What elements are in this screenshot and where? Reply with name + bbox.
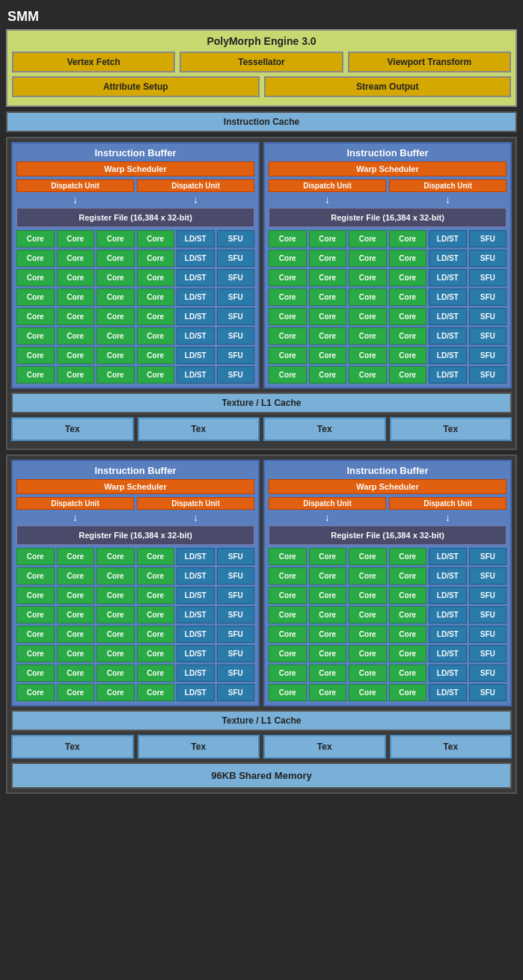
attribute-setup-btn: Attribute Setup bbox=[12, 76, 260, 97]
core-cell: Core bbox=[97, 645, 135, 662]
core-cell: Core bbox=[137, 665, 175, 682]
ldst-cell: LD/ST bbox=[177, 269, 215, 286]
core-cell: Core bbox=[309, 327, 347, 345]
smm-block-top: Instruction Buffer Warp Scheduler Dispat… bbox=[6, 137, 517, 450]
tex-cell-bottom-4: Tex bbox=[390, 735, 513, 759]
sfu-cell: SFU bbox=[469, 606, 507, 623]
core-cell: Core bbox=[57, 308, 95, 325]
dispatch-unit-br-2: Dispatch Unit bbox=[389, 497, 507, 510]
arrow-bl-1: ↓ bbox=[16, 511, 134, 523]
ldst-cell: LD/ST bbox=[429, 567, 467, 585]
core-cell: Core bbox=[57, 230, 95, 247]
core-cell: Core bbox=[16, 548, 55, 565]
core-cell: Core bbox=[389, 250, 427, 267]
core-cell: Core bbox=[57, 626, 95, 643]
core-cell: Core bbox=[309, 548, 347, 565]
core-cell: Core bbox=[97, 230, 135, 247]
vertex-fetch-btn: Vertex Fetch bbox=[12, 52, 175, 73]
core-cell: Core bbox=[97, 250, 135, 267]
smm-title: SMM bbox=[6, 6, 517, 29]
sfu-cell: SFU bbox=[469, 665, 507, 682]
dispatch-unit-tr-2: Dispatch Unit bbox=[389, 179, 507, 192]
core-cell: Core bbox=[137, 308, 175, 325]
sfu-cell: SFU bbox=[469, 548, 507, 565]
core-cell: Core bbox=[16, 230, 55, 247]
warp-scheduler-br: Warp Scheduler bbox=[269, 479, 507, 494]
sfu-cell: SFU bbox=[217, 327, 255, 345]
ldst-cell: LD/ST bbox=[177, 587, 215, 604]
core-cell: Core bbox=[349, 665, 387, 682]
core-cell: Core bbox=[137, 250, 175, 267]
core-cell: Core bbox=[389, 626, 427, 643]
core-cell: Core bbox=[16, 665, 55, 682]
core-cell: Core bbox=[97, 327, 135, 345]
core-cell: Core bbox=[57, 347, 95, 364]
dispatch-row-tl: Dispatch Unit Dispatch Unit bbox=[16, 179, 254, 192]
arrow-tl-1: ↓ bbox=[16, 194, 134, 206]
dispatch-unit-br-1: Dispatch Unit bbox=[269, 497, 386, 510]
core-cell: Core bbox=[97, 606, 135, 623]
core-cell: Core bbox=[269, 289, 307, 306]
ldst-cell: LD/ST bbox=[429, 684, 467, 701]
viewport-transform-btn: Viewport Transform bbox=[348, 52, 511, 73]
core-cell: Core bbox=[309, 567, 347, 585]
tex-cell-bottom-1: Tex bbox=[11, 735, 134, 759]
core-cell: Core bbox=[309, 645, 347, 662]
core-cell: Core bbox=[389, 567, 427, 585]
core-cell: Core bbox=[57, 548, 95, 565]
sfu-cell: SFU bbox=[217, 567, 255, 585]
ldst-cell: LD/ST bbox=[177, 606, 215, 623]
core-cell: Core bbox=[349, 587, 387, 604]
dual-sm-row-top: Instruction Buffer Warp Scheduler Dispat… bbox=[11, 142, 512, 389]
core-cell: Core bbox=[269, 626, 307, 643]
dispatch-row-bl: Dispatch Unit Dispatch Unit bbox=[16, 497, 254, 510]
ldst-cell: LD/ST bbox=[177, 308, 215, 325]
ldst-cell: LD/ST bbox=[429, 645, 467, 662]
core-cell: Core bbox=[16, 684, 55, 701]
core-cell: Core bbox=[269, 347, 307, 364]
register-file-bl: Register File (16,384 x 32-bit) bbox=[16, 526, 254, 545]
core-cell: Core bbox=[309, 269, 347, 286]
core-cell: Core bbox=[349, 567, 387, 585]
core-cell: Core bbox=[269, 645, 307, 662]
core-cell: Core bbox=[309, 308, 347, 325]
sm-unit-bottom-right: Instruction Buffer Warp Scheduler Dispat… bbox=[263, 460, 512, 706]
core-cell: Core bbox=[16, 250, 55, 267]
sfu-cell: SFU bbox=[469, 645, 507, 662]
core-cell: Core bbox=[97, 626, 135, 643]
tex-l1-cache-bottom: Texture / L1 Cache bbox=[11, 710, 512, 731]
core-cell: Core bbox=[16, 645, 55, 662]
core-cell: Core bbox=[137, 366, 175, 383]
sfu-cell: SFU bbox=[217, 606, 255, 623]
core-cell: Core bbox=[389, 289, 427, 306]
dispatch-unit-bl-2: Dispatch Unit bbox=[137, 497, 254, 510]
ldst-cell: LD/ST bbox=[177, 567, 215, 585]
cores-grid-tl: Core Core Core Core LD/ST SFU Core Core … bbox=[16, 230, 254, 383]
core-cell: Core bbox=[57, 606, 95, 623]
sfu-cell: SFU bbox=[469, 269, 507, 286]
sfu-cell: SFU bbox=[217, 289, 255, 306]
tex-cell-bottom-3: Tex bbox=[263, 735, 386, 759]
core-cell: Core bbox=[16, 626, 55, 643]
dual-sm-row-bottom: Instruction Buffer Warp Scheduler Dispat… bbox=[11, 460, 512, 706]
core-cell: Core bbox=[389, 327, 427, 345]
core-cell: Core bbox=[57, 250, 95, 267]
ldst-cell: LD/ST bbox=[177, 665, 215, 682]
polymorph-title: PolyMorph Engine 3.0 bbox=[12, 35, 511, 47]
polymorph-row-1: Vertex Fetch Tessellator Viewport Transf… bbox=[12, 52, 511, 73]
ldst-cell: LD/ST bbox=[177, 230, 215, 247]
sfu-cell: SFU bbox=[469, 587, 507, 604]
sfu-cell: SFU bbox=[217, 548, 255, 565]
tex-row-top: Tex Tex Tex Tex bbox=[11, 417, 512, 441]
core-cell: Core bbox=[97, 308, 135, 325]
core-cell: Core bbox=[137, 645, 175, 662]
ldst-cell: LD/ST bbox=[177, 250, 215, 267]
ldst-cell: LD/ST bbox=[177, 684, 215, 701]
tex-cell-bottom-2: Tex bbox=[138, 735, 260, 759]
core-cell: Core bbox=[349, 366, 387, 383]
ldst-cell: LD/ST bbox=[177, 548, 215, 565]
core-cell: Core bbox=[57, 645, 95, 662]
arrow-tr-2: ↓ bbox=[389, 194, 507, 206]
cores-grid-br: Core Core Core Core LD/ST SFU Core Core … bbox=[269, 548, 507, 701]
sfu-cell: SFU bbox=[469, 366, 507, 383]
